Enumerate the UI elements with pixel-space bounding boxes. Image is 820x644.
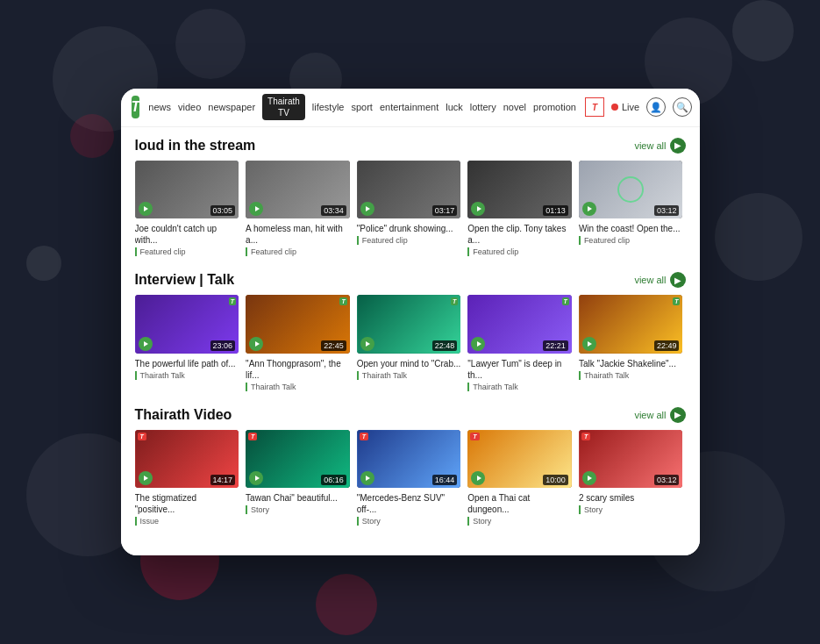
video-thumb-v5: 03:12 [579, 161, 683, 218]
duration-v3: 03:17 [432, 205, 458, 216]
video-card-v9[interactable]: T 22:21 "Lawyer Tum" is deep in th... Th… [467, 295, 572, 390]
video-card-v13[interactable]: T 16:44 "Mercedes-Benz SUV" off-... Stor… [357, 430, 461, 526]
play-button-v10[interactable] [582, 337, 596, 351]
video-card-v3[interactable]: 03:17 "Police" drunk showing... Featured… [357, 161, 461, 256]
site-logo[interactable]: T [132, 96, 140, 118]
video-card-v4[interactable]: 01:13 Open the clip. Tony takes a... Fea… [467, 161, 572, 256]
video-category-v14: Story [467, 517, 572, 526]
video-card-v7[interactable]: T 22:45 "Ann Thongprasom", the lif... Th… [246, 295, 350, 390]
video-title-v2: A homeless man, hit with a... [246, 223, 350, 246]
video-title-v5: Win the coast! Open the... [579, 223, 683, 234]
view-all-arrow-3: ▶ [670, 407, 686, 423]
view-all-arrow-1: ▶ [670, 138, 686, 154]
video-category-v11: Issue [135, 517, 239, 526]
duration-v5: 03:12 [654, 205, 680, 216]
video-card-v5[interactable]: 03:12 Win the coast! Open the... Feature… [579, 161, 683, 256]
view-all-3[interactable]: view all ▶ [634, 407, 685, 423]
video-thumb-v12: T 06:16 [246, 430, 350, 488]
nav-link-lifestyle[interactable]: lifestyle [312, 102, 345, 112]
video-card-v12[interactable]: T 06:16 Tawan Chai" beautiful... Story [246, 430, 350, 526]
view-all-label-2: view all [634, 275, 666, 285]
video-category-v6: Thairath Talk [135, 371, 239, 380]
video-thumb-v13: T 16:44 [357, 430, 461, 488]
nav-link-video[interactable]: video [178, 102, 201, 112]
video-card-v8[interactable]: T 22:48 Open your mind to "Crab... Thair… [357, 295, 461, 390]
nav-link-lottery[interactable]: lottery [470, 102, 496, 112]
nav-link-newspaper[interactable]: newspaper [208, 102, 255, 112]
thairath-icon[interactable]: T [585, 97, 604, 117]
duration-v7: 22:45 [321, 340, 346, 351]
duration-v6: 23:06 [210, 340, 236, 351]
main-content: loud in the stream view all ▶ 03:05 Joe … [121, 127, 700, 555]
browser-window: T news video newspaper ThairathTV lifest… [121, 89, 700, 555]
video-card-v10[interactable]: T 22:49 Talk "Jackie Shakeline"... Thair… [579, 295, 683, 390]
video-thumb-v8: T 22:48 [357, 295, 461, 353]
circle-overlay [617, 176, 644, 203]
red-t-logo-v12: T [248, 433, 257, 440]
duration-v1: 03:05 [210, 205, 236, 216]
live-label: Live [622, 102, 639, 112]
play-button-v15[interactable] [582, 471, 596, 485]
nav-link-sport[interactable]: sport [351, 102, 372, 112]
view-all-label-3: view all [634, 410, 666, 420]
video-category-v8: Thairath Talk [357, 371, 461, 380]
video-thumb-v6: T 23:06 [135, 295, 239, 353]
thairath-logo-v6: T [229, 297, 236, 305]
video-thumb-v4: 01:13 [467, 161, 572, 218]
thairath-logo-v9: T [562, 297, 569, 305]
video-title-v4: Open the clip. Tony takes a... [467, 223, 572, 246]
red-t-logo-v15: T [581, 433, 590, 440]
live-dot [611, 104, 618, 111]
video-card-v6[interactable]: T 23:06 The powerful life path of... Tha… [135, 295, 239, 390]
video-title-v7: "Ann Thongprasom", the lif... [246, 358, 350, 381]
video-category-v9: Thairath Talk [467, 383, 572, 391]
section-thairath-video: Thairath Video view all ▶ T 14:17 The st… [135, 407, 686, 526]
section-title-2: Interview | Talk [135, 272, 235, 288]
nav-link-novel[interactable]: novel [503, 102, 526, 112]
search-icon-btn[interactable]: 🔍 [673, 97, 692, 117]
duration-v14: 10:00 [543, 475, 568, 485]
nav-link-news[interactable]: news [148, 102, 171, 112]
play-button-v7[interactable] [249, 337, 263, 351]
video-category-v15: Story [579, 505, 683, 514]
video-grid-3: T 14:17 The stigmatized "positive... Iss… [135, 430, 686, 526]
video-thumb-v11: T 14:17 [135, 430, 239, 488]
play-button-v13[interactable] [360, 471, 374, 485]
live-badge[interactable]: Live [611, 102, 639, 112]
section-interview-talk: Interview | Talk view all ▶ T 23:06 The … [135, 272, 686, 390]
play-button-v11[interactable] [139, 471, 153, 485]
duration-v2: 03:34 [321, 205, 346, 216]
video-card-v1[interactable]: 03:05 Joe couldn't catch up with... Feat… [135, 161, 239, 256]
video-title-v8: Open your mind to "Crab... [357, 358, 461, 369]
video-grid-1: 03:05 Joe couldn't catch up with... Feat… [135, 161, 686, 256]
view-all-2[interactable]: view all ▶ [634, 272, 685, 288]
play-button-v9[interactable] [471, 337, 485, 351]
video-card-v2[interactable]: 03:34 A homeless man, hit with a... Feat… [246, 161, 350, 256]
nav-icons: T Live 👤 🔍 [585, 97, 700, 117]
play-button-v8[interactable] [360, 337, 374, 351]
video-thumb-v1: 03:05 [135, 161, 239, 218]
nav-link-entertainment[interactable]: entertainment [380, 102, 439, 112]
nav-link-promotion[interactable]: promotion [533, 102, 576, 112]
play-button-v1[interactable] [139, 202, 153, 216]
nav-link-thairath-tv[interactable]: ThairathTV [262, 94, 305, 120]
video-thumb-v2: 03:34 [246, 161, 350, 218]
view-all-1[interactable]: view all ▶ [634, 138, 685, 154]
duration-v11: 14:17 [210, 475, 236, 485]
red-t-logo-v13: T [360, 433, 368, 440]
section-title-1: loud in the stream [135, 138, 256, 154]
play-button-v6[interactable] [139, 337, 153, 351]
video-card-v14[interactable]: T 10:00 Open a Thai cat dungeon... Story [467, 430, 572, 526]
video-category-v13: Story [357, 517, 461, 526]
video-card-v15[interactable]: T 03:12 2 scary smiles Story [579, 430, 683, 526]
nav-link-luck[interactable]: luck [446, 102, 463, 112]
video-card-v11[interactable]: T 14:17 The stigmatized "positive... Iss… [135, 430, 239, 526]
video-title-v15: 2 scary smiles [579, 492, 683, 504]
play-button-v3[interactable] [360, 202, 374, 216]
video-category-v7: Thairath Talk [246, 383, 350, 391]
thairath-logo-v7: T [339, 297, 346, 305]
red-t-logo-v14: T [470, 433, 479, 440]
user-icon-btn[interactable]: 👤 [646, 97, 666, 117]
section-header-2: Interview | Talk view all ▶ [135, 272, 686, 288]
video-category-v5: Featured clip [579, 236, 683, 245]
